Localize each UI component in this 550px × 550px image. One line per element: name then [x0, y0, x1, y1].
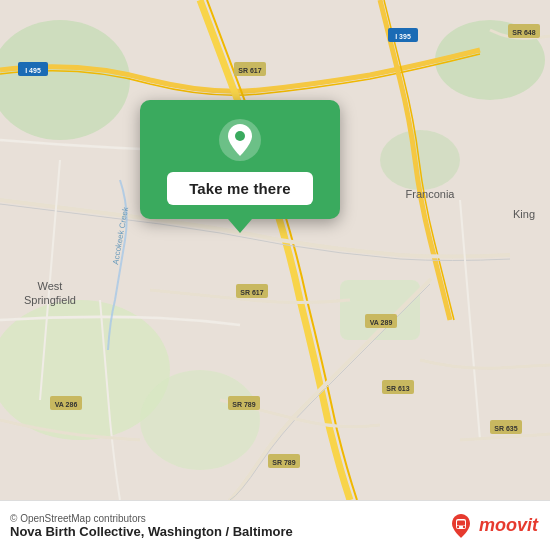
bottom-bar: © OpenStreetMap contributors Nova Birth … [0, 500, 550, 550]
bottom-info: © OpenStreetMap contributors Nova Birth … [10, 513, 293, 539]
svg-text:VA 289: VA 289 [370, 319, 393, 326]
svg-text:I 395: I 395 [395, 33, 411, 40]
place-name: Nova Birth Collective, Washington / Balt… [10, 524, 293, 539]
svg-rect-37 [457, 520, 465, 525]
svg-text:Franconia: Franconia [406, 188, 456, 200]
location-pin-icon [218, 118, 262, 162]
svg-text:SR 648: SR 648 [512, 29, 535, 36]
svg-point-35 [235, 131, 245, 141]
location-popup: Take me there [140, 100, 340, 219]
map-container: I 495 I 395 SR 617 SR 648 SR 617 VA 289 … [0, 0, 550, 500]
svg-text:SR 617: SR 617 [240, 289, 263, 296]
svg-point-38 [457, 525, 459, 527]
moovit-text: moovit [479, 515, 538, 536]
svg-text:Springfield: Springfield [24, 294, 76, 306]
svg-text:SR 789: SR 789 [272, 459, 295, 466]
map-background: I 495 I 395 SR 617 SR 648 SR 617 VA 289 … [0, 0, 550, 500]
svg-text:SR 789: SR 789 [232, 401, 255, 408]
svg-text:SR 635: SR 635 [494, 425, 517, 432]
take-me-there-button[interactable]: Take me there [167, 172, 313, 205]
svg-text:I 495: I 495 [25, 67, 41, 74]
svg-text:SR 617: SR 617 [238, 67, 261, 74]
svg-text:King: King [513, 208, 535, 220]
map-attribution: © OpenStreetMap contributors [10, 513, 293, 524]
svg-point-39 [463, 525, 465, 527]
moovit-logo: moovit [447, 512, 538, 540]
svg-text:VA 286: VA 286 [55, 401, 78, 408]
svg-text:SR 613: SR 613 [386, 385, 409, 392]
svg-point-6 [140, 370, 260, 470]
svg-text:West: West [38, 280, 63, 292]
moovit-icon [447, 512, 475, 540]
